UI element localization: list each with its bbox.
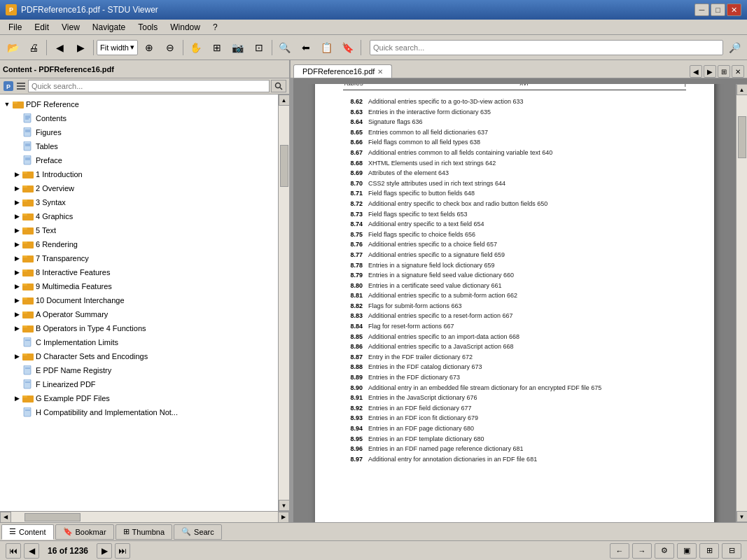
back-button[interactable]: ⬅ (296, 38, 316, 57)
tree-item-ch6[interactable]: ▶ 6 Rendering (0, 237, 278, 251)
first-page-button[interactable]: ⏮ (6, 543, 21, 559)
tree-item-ch8[interactable]: ▶ 8 Interactive Features (0, 265, 278, 279)
tree-toggle-apA[interactable]: ▶ (11, 309, 22, 320)
tree-toggle-ch6[interactable]: ▶ (11, 239, 22, 250)
tab-thumbnail[interactable]: ⊞ Thumbna (116, 524, 172, 540)
search-button[interactable]: 🔍 (275, 38, 295, 57)
tree-item-figures[interactable]: Figures (0, 125, 278, 139)
pdf-scroll-track[interactable] (736, 95, 747, 511)
tab-content[interactable]: ☰ Content (1, 524, 54, 540)
tree-toggle-ch2[interactable]: ▶ (11, 183, 22, 194)
menu-view[interactable]: View (56, 21, 85, 34)
open-button[interactable]: 📂 (3, 38, 22, 57)
tab-next-btn[interactable]: ▶ (704, 65, 716, 78)
tree-toggle-ch8[interactable]: ▶ (11, 267, 22, 278)
pdf-scroll-down[interactable]: ▼ (736, 511, 748, 522)
tree-toggle-apB[interactable]: ▶ (11, 323, 22, 334)
scroll-thumb[interactable] (280, 145, 288, 187)
tree-item-apE[interactable]: E PDF Name Registry (0, 363, 278, 377)
close-button[interactable]: ✕ (727, 4, 741, 16)
select-button[interactable]: ⊞ (207, 38, 227, 57)
tree-item-root[interactable]: ▼ PDF Reference (0, 97, 278, 111)
menu-file[interactable]: File (3, 21, 27, 34)
tab-grid-btn[interactable]: ⊞ (718, 65, 730, 78)
panel-search-input[interactable] (28, 80, 270, 92)
tree-item-ch10[interactable]: ▶ 10 Document Interchange (0, 293, 278, 307)
menu-edit[interactable]: Edit (29, 21, 55, 34)
quick-search-input[interactable] (370, 40, 723, 55)
hand-tool-button[interactable]: ✋ (186, 38, 206, 57)
scroll-up-arrow[interactable]: ▲ (279, 94, 290, 106)
pdf-vertical-scrollbar[interactable]: ▲ ▼ (736, 84, 747, 522)
fwd-hist-button[interactable]: → (632, 543, 652, 559)
tree-toggle-ch10[interactable]: ▶ (11, 295, 22, 306)
tree-item-ch7[interactable]: ▶ 7 Transparency (0, 251, 278, 265)
tab-search[interactable]: 🔍 Searc (174, 524, 222, 540)
copy-button[interactable]: 📋 (317, 38, 337, 57)
tree-item-apG[interactable]: ▶ G Example PDF Files (0, 391, 278, 405)
back-hist-button[interactable]: ← (610, 543, 629, 559)
fit-width-dropdown[interactable]: Fit width ▾ (97, 40, 138, 55)
hscroll-right-arrow[interactable]: ▶ (278, 512, 289, 523)
view-mode-1-button[interactable]: ▣ (677, 543, 697, 559)
last-page-button[interactable]: ⏭ (115, 543, 130, 559)
tree-item-apH[interactable]: H Compatibility and Implementation Not..… (0, 405, 278, 419)
tree-horizontal-scrollbar[interactable]: ◀ ▶ (0, 511, 289, 522)
tab-close-btn[interactable]: ✕ (732, 65, 744, 78)
prev-page-button[interactable]: ◀ (50, 38, 69, 57)
tree-toggle-ch1[interactable]: ▶ (11, 169, 22, 180)
view-mode-3-button[interactable]: ⊟ (722, 543, 741, 559)
panel-search-button[interactable] (271, 80, 286, 92)
tree-item-ch2[interactable]: ▶ 2 Overview (0, 181, 278, 195)
search-go-button[interactable]: 🔎 (725, 38, 744, 57)
tree-item-ch9[interactable]: ▶ 9 Multimedia Features (0, 279, 278, 293)
tree-item-tables[interactable]: Tables (0, 139, 278, 153)
pdf-tab[interactable]: PDFReference16.pdf ✕ (293, 64, 392, 78)
zoom-in-button[interactable]: ⊕ (139, 38, 159, 57)
hscroll-left-arrow[interactable]: ◀ (0, 512, 11, 523)
tab-bookmark[interactable]: 🔖 Bookmar (55, 524, 114, 540)
tree-toggle-ch4[interactable]: ▶ (11, 211, 22, 222)
scroll-track[interactable] (279, 106, 289, 500)
hscroll-thumb[interactable] (25, 513, 81, 522)
minimize-button[interactable]: ─ (694, 4, 709, 16)
prev-page-status-button[interactable]: ◀ (24, 543, 39, 559)
tab-prev-btn[interactable]: ◀ (690, 65, 702, 78)
maximize-button[interactable]: □ (711, 4, 725, 16)
tree-toggle-apD[interactable]: ▶ (11, 351, 22, 362)
tree-toggle-ch5[interactable]: ▶ (11, 225, 22, 236)
hscroll-track[interactable] (11, 512, 278, 522)
tree-vertical-scrollbar[interactable]: ▲ ▼ (278, 94, 289, 511)
zoom-rect-button[interactable]: ⊡ (249, 38, 269, 57)
snapshot-button[interactable]: 📷 (228, 38, 248, 57)
tree-toggle-ch7[interactable]: ▶ (11, 253, 22, 264)
menu-navigate[interactable]: Navigate (87, 21, 131, 34)
tree-toggle-ch9[interactable]: ▶ (11, 281, 22, 292)
zoom-out-button[interactable]: ⊖ (160, 38, 180, 57)
print-button[interactable]: 🖨 (24, 38, 43, 57)
next-page-status-button[interactable]: ▶ (97, 543, 112, 559)
tree-item-ch1[interactable]: ▶ 1 Introduction (0, 167, 278, 181)
menu-tools[interactable]: Tools (132, 21, 163, 34)
tree-toggle-apG[interactable]: ▶ (11, 393, 22, 404)
scroll-down-arrow[interactable]: ▼ (279, 500, 290, 511)
menu-help[interactable]: ? (207, 21, 223, 34)
view-mode-2-button[interactable]: ⊞ (699, 543, 719, 559)
tree-item-apB[interactable]: ▶ B Operators in Type 4 Functions (0, 321, 278, 335)
settings-button[interactable]: ⚙ (655, 543, 674, 559)
tree-toggle-ch3[interactable]: ▶ (11, 197, 22, 208)
tree-item-preface[interactable]: Preface (0, 153, 278, 167)
tree-item-apF[interactable]: F Linearized PDF (0, 377, 278, 391)
tree-item-apD[interactable]: ▶ D Character Sets and Encodings (0, 349, 278, 363)
menu-window[interactable]: Window (165, 21, 206, 34)
tree-toggle-root[interactable]: ▼ (1, 99, 13, 110)
pdf-scroll-up[interactable]: ▲ (736, 84, 748, 95)
tree-item-contents[interactable]: Contents (0, 111, 278, 125)
tree-item-ch4[interactable]: ▶ 4 Graphics (0, 209, 278, 223)
tree-item-ch5[interactable]: ▶ 5 Text (0, 223, 278, 237)
tree-item-apA[interactable]: ▶ A Operator Summary (0, 307, 278, 321)
bookmark-button[interactable]: 🔖 (338, 38, 358, 57)
pdf-scroll-thumb[interactable] (738, 116, 746, 158)
tab-close-icon[interactable]: ✕ (377, 68, 383, 76)
tree-item-ch3[interactable]: ▶ 3 Syntax (0, 195, 278, 209)
